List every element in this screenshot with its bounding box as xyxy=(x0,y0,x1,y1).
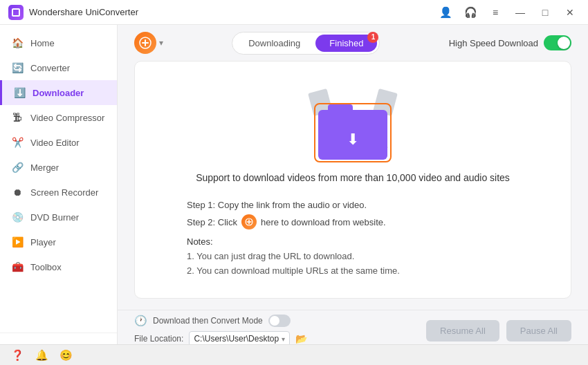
tab-switcher: Downloading Finished 1 xyxy=(232,32,380,55)
minimize-button[interactable]: — xyxy=(511,3,530,22)
footer: 🕐 Download then Convert Mode File Locati… xyxy=(118,310,588,344)
sidebar-item-toolbox[interactable]: 🧰 Toolbox xyxy=(0,254,117,279)
app-logo xyxy=(8,5,24,20)
sidebar-item-player[interactable]: ▶️ Player xyxy=(0,230,117,254)
titlebar-controls: 👤 🎧 ≡ — □ ✕ xyxy=(436,3,580,22)
app-title: Wondershare UniConverter xyxy=(29,7,138,17)
sidebar-item-video-compressor-label: Video Compressor xyxy=(30,113,104,123)
note-line-2: 2. You can download multiple URLs at the… xyxy=(187,264,519,279)
inline-add-icon[interactable] xyxy=(241,214,257,230)
clock-icon: 🕐 xyxy=(134,315,147,327)
instruction-step2: Step 2: Click here to download from webs… xyxy=(187,214,519,230)
video-compressor-icon: 🗜 xyxy=(11,111,24,124)
question-icon[interactable]: ❓ xyxy=(11,349,24,362)
instructions: Step 1: Copy the link from the audio or … xyxy=(187,200,519,279)
speed-toggle-area: High Speed Download xyxy=(449,35,571,50)
content-header: ▾ Downloading Finished 1 High Speed Down… xyxy=(118,25,588,61)
convert-mode-row: 🕐 Download then Convert Mode xyxy=(134,315,307,327)
pause-all-button[interactable]: Pause All xyxy=(506,320,571,341)
converter-icon: 🔄 xyxy=(11,62,24,74)
content-area: ▾ Downloading Finished 1 High Speed Down… xyxy=(118,25,588,344)
step1-text: Step 1: Copy the link from the audio or … xyxy=(187,200,367,210)
step2-prefix: Step 2: Click xyxy=(187,217,237,227)
sidebar-item-converter[interactable]: 🔄 Converter xyxy=(0,55,117,80)
support-text: Support to download videos from more tha… xyxy=(196,172,510,183)
tab-finished[interactable]: Finished 1 xyxy=(315,35,377,52)
maximize-button[interactable]: □ xyxy=(535,3,555,22)
downloader-icon: ⬇️ xyxy=(13,86,26,99)
screen-recorder-icon: ⏺ xyxy=(11,186,24,198)
sidebar-item-downloader[interactable]: ⬇️ Downloader xyxy=(0,80,117,105)
toolbox-icon: 🧰 xyxy=(11,261,24,273)
player-icon: ▶️ xyxy=(11,236,24,248)
instruction-step1: Step 1: Copy the link from the audio or … xyxy=(187,200,519,210)
convert-mode-label: Download then Convert Mode xyxy=(153,316,263,326)
convert-mode-toggle[interactable] xyxy=(268,315,291,327)
sidebar-item-screen-recorder[interactable]: ⏺ Screen Recorder xyxy=(0,180,117,205)
menu-icon[interactable]: ≡ xyxy=(486,3,505,22)
sidebar-item-dvd-burner[interactable]: 💿 DVD Burner xyxy=(0,205,117,230)
file-path-text: C:\Users\User\Desktop xyxy=(194,334,279,344)
main-content: + + ⬇ Support to download videos from mo… xyxy=(118,61,588,310)
note-line-1: 1. You can just drag the URL to download… xyxy=(187,250,519,264)
sidebar-item-screen-recorder-label: Screen Recorder xyxy=(30,187,98,198)
speed-toggle-switch[interactable] xyxy=(544,35,571,50)
resume-all-button[interactable]: Resume All xyxy=(426,320,499,341)
bell-icon[interactable]: 🔔 xyxy=(35,349,48,362)
sidebar-item-video-editor-label: Video Editor xyxy=(30,138,80,148)
sidebar: 🏠 Home 🔄 Converter ⬇️ Downloader 🗜 Video… xyxy=(0,25,118,344)
download-box: + + ⬇ Support to download videos from mo… xyxy=(134,61,571,299)
sidebar-item-dvd-burner-label: DVD Burner xyxy=(30,212,79,223)
user-icon[interactable]: 👤 xyxy=(436,3,455,22)
dropdown-arrow-icon: ▾ xyxy=(282,335,285,343)
sidebar-item-converter-label: Converter xyxy=(30,63,70,73)
video-editor-icon: ✂️ xyxy=(11,136,24,149)
sidebar-item-toolbox-label: Toolbox xyxy=(30,262,62,272)
dvd-burner-icon: 💿 xyxy=(11,211,24,223)
headset-icon[interactable]: 🎧 xyxy=(461,3,480,22)
titlebar-left: Wondershare UniConverter xyxy=(8,5,138,20)
sidebar-item-home[interactable]: 🏠 Home xyxy=(0,30,117,55)
footer-right: Resume All Pause All xyxy=(426,320,571,341)
toggle-knob xyxy=(558,37,570,49)
footer-left: 🕐 Download then Convert Mode File Locati… xyxy=(134,315,307,344)
file-path-dropdown[interactable]: C:\Users\User\Desktop ▾ xyxy=(189,331,290,344)
finished-badge: 1 xyxy=(367,32,378,43)
add-btn-arrow: ▾ xyxy=(159,38,163,48)
add-icon xyxy=(134,32,156,54)
file-location-row: File Location: C:\Users\User\Desktop ▾ 📂 xyxy=(134,331,307,344)
merger-icon: 🔗 xyxy=(11,161,24,174)
titlebar: Wondershare UniConverter 👤 🎧 ≡ — □ ✕ xyxy=(0,0,588,25)
tab-downloading[interactable]: Downloading xyxy=(235,35,314,52)
sidebar-item-player-label: Player xyxy=(30,237,56,247)
small-knob xyxy=(270,316,279,326)
sidebar-item-merger[interactable]: 🔗 Merger xyxy=(0,155,117,180)
step2-suffix: here to download from website. xyxy=(261,217,386,227)
sidebar-item-video-compressor[interactable]: 🗜 Video Compressor xyxy=(0,105,117,130)
emoji-icon[interactable]: 😊 xyxy=(59,349,73,362)
notes-section: Notes: 1. You can just drag the URL to d… xyxy=(187,236,519,279)
download-illustration: + + ⬇ xyxy=(308,84,398,160)
speed-label: High Speed Download xyxy=(449,38,538,48)
sidebar-item-video-editor[interactable]: ✂️ Video Editor xyxy=(0,130,117,155)
sidebar-item-downloader-label: Downloader xyxy=(33,88,84,98)
sidebar-item-home-label: Home xyxy=(30,38,55,48)
sidebar-bottom xyxy=(0,333,117,339)
add-download-button[interactable]: ▾ xyxy=(134,32,163,54)
statusbar: ❓ 🔔 😊 xyxy=(0,344,588,365)
file-location-label: File Location: xyxy=(134,334,183,344)
close-button[interactable]: ✕ xyxy=(560,3,580,22)
main-layout: 🏠 Home 🔄 Converter ⬇️ Downloader 🗜 Video… xyxy=(0,25,588,344)
open-folder-icon[interactable]: 📂 xyxy=(295,333,307,344)
folder-border xyxy=(314,103,392,162)
notes-title: Notes: xyxy=(187,236,519,247)
home-icon: 🏠 xyxy=(11,37,24,49)
sidebar-item-merger-label: Merger xyxy=(30,162,59,173)
